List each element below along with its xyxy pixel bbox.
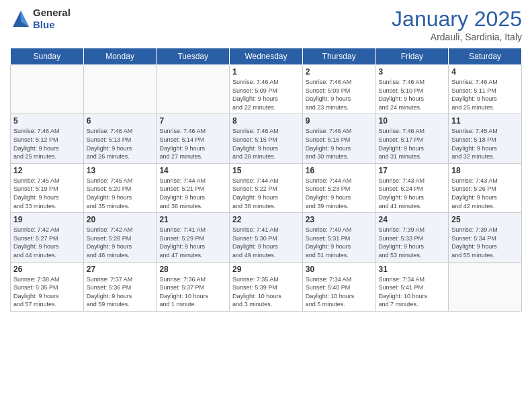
day-number: 31	[379, 265, 446, 274]
day-number: 11	[451, 116, 519, 126]
header-wednesday: Wednesday	[230, 48, 303, 65]
table-row: 31Sunrise: 7:34 AM Sunset: 5:41 PM Dayli…	[375, 262, 449, 311]
day-detail: Sunrise: 7:41 AM Sunset: 5:30 PM Dayligh…	[232, 226, 300, 259]
logo-icon	[10, 8, 32, 30]
day-number: 6	[87, 116, 154, 126]
table-row: 8Sunrise: 7:46 AM Sunset: 5:15 PM Daylig…	[230, 114, 303, 163]
day-number: 22	[232, 215, 300, 224]
table-row: 2Sunrise: 7:46 AM Sunset: 5:09 PM Daylig…	[302, 65, 375, 114]
table-row: 30Sunrise: 7:34 AM Sunset: 5:40 PM Dayli…	[302, 262, 375, 311]
day-detail: Sunrise: 7:37 AM Sunset: 5:36 PM Dayligh…	[87, 275, 154, 309]
location-subtitle: Ardauli, Sardinia, Italy	[392, 32, 522, 42]
day-number: 7	[159, 116, 226, 126]
day-detail: Sunrise: 7:45 AM Sunset: 5:19 PM Dayligh…	[13, 177, 81, 210]
day-number: 15	[232, 166, 300, 175]
month-year-title: January 2025	[392, 7, 522, 32]
day-detail: Sunrise: 7:46 AM Sunset: 5:12 PM Dayligh…	[13, 127, 81, 161]
day-detail: Sunrise: 7:45 AM Sunset: 5:18 PM Dayligh…	[451, 127, 519, 161]
day-number: 28	[159, 265, 226, 274]
table-row: 5Sunrise: 7:46 AM Sunset: 5:12 PM Daylig…	[11, 114, 84, 163]
day-detail: Sunrise: 7:42 AM Sunset: 5:28 PM Dayligh…	[87, 226, 154, 259]
day-number: 14	[159, 166, 226, 175]
table-row: 18Sunrise: 7:43 AM Sunset: 5:26 PM Dayli…	[449, 163, 522, 212]
calendar-week-row: 1Sunrise: 7:46 AM Sunset: 5:09 PM Daylig…	[11, 65, 522, 114]
day-detail: Sunrise: 7:34 AM Sunset: 5:40 PM Dayligh…	[306, 275, 373, 309]
table-row: 14Sunrise: 7:44 AM Sunset: 5:21 PM Dayli…	[157, 163, 230, 212]
day-number: 26	[13, 265, 81, 274]
day-number: 18	[451, 166, 519, 175]
table-row: 16Sunrise: 7:44 AM Sunset: 5:23 PM Dayli…	[302, 163, 375, 212]
day-detail: Sunrise: 7:46 AM Sunset: 5:15 PM Dayligh…	[232, 127, 300, 161]
table-row: 17Sunrise: 7:43 AM Sunset: 5:24 PM Dayli…	[375, 163, 449, 212]
day-detail: Sunrise: 7:36 AM Sunset: 5:37 PM Dayligh…	[159, 275, 226, 309]
day-detail: Sunrise: 7:42 AM Sunset: 5:27 PM Dayligh…	[13, 226, 81, 259]
logo-blue: Blue	[33, 19, 71, 31]
header-thursday: Thursday	[302, 48, 375, 65]
day-number: 25	[451, 215, 519, 224]
day-detail: Sunrise: 7:35 AM Sunset: 5:39 PM Dayligh…	[232, 275, 300, 309]
calendar-week-row: 12Sunrise: 7:45 AM Sunset: 5:19 PM Dayli…	[11, 163, 522, 212]
day-detail: Sunrise: 7:41 AM Sunset: 5:29 PM Dayligh…	[159, 226, 226, 259]
day-number: 24	[379, 215, 446, 224]
title-section: January 2025 Ardauli, Sardinia, Italy	[392, 7, 522, 42]
day-number: 16	[306, 166, 373, 175]
day-number: 5	[13, 116, 81, 126]
table-row: 20Sunrise: 7:42 AM Sunset: 5:28 PM Dayli…	[83, 213, 157, 262]
table-row	[157, 65, 230, 114]
table-row: 15Sunrise: 7:44 AM Sunset: 5:22 PM Dayli…	[230, 163, 303, 212]
day-detail: Sunrise: 7:44 AM Sunset: 5:21 PM Dayligh…	[159, 177, 226, 210]
day-number: 13	[87, 166, 154, 175]
table-row: 7Sunrise: 7:46 AM Sunset: 5:14 PM Daylig…	[157, 114, 230, 163]
day-number: 21	[159, 215, 226, 224]
day-number: 1	[232, 67, 300, 77]
day-detail: Sunrise: 7:46 AM Sunset: 5:14 PM Dayligh…	[159, 127, 226, 161]
table-row	[449, 262, 522, 311]
table-row	[83, 65, 157, 114]
header-sunday: Sunday	[11, 48, 84, 65]
day-number: 12	[13, 166, 81, 175]
logo: General Blue	[10, 7, 71, 31]
day-detail: Sunrise: 7:46 AM Sunset: 5:10 PM Dayligh…	[379, 78, 446, 111]
day-detail: Sunrise: 7:44 AM Sunset: 5:23 PM Dayligh…	[306, 177, 373, 210]
table-row: 24Sunrise: 7:39 AM Sunset: 5:33 PM Dayli…	[375, 213, 449, 262]
day-detail: Sunrise: 7:39 AM Sunset: 5:34 PM Dayligh…	[451, 226, 519, 259]
day-number: 29	[232, 265, 300, 274]
header-saturday: Saturday	[449, 48, 522, 65]
day-detail: Sunrise: 7:34 AM Sunset: 5:41 PM Dayligh…	[379, 275, 446, 309]
day-detail: Sunrise: 7:46 AM Sunset: 5:09 PM Dayligh…	[306, 78, 373, 111]
table-row: 25Sunrise: 7:39 AM Sunset: 5:34 PM Dayli…	[449, 213, 522, 262]
day-detail: Sunrise: 7:39 AM Sunset: 5:33 PM Dayligh…	[379, 226, 446, 259]
day-detail: Sunrise: 7:38 AM Sunset: 5:35 PM Dayligh…	[13, 275, 81, 309]
table-row: 11Sunrise: 7:45 AM Sunset: 5:18 PM Dayli…	[449, 114, 522, 163]
calendar-week-row: 26Sunrise: 7:38 AM Sunset: 5:35 PM Dayli…	[11, 262, 522, 311]
logo-text: General Blue	[33, 7, 71, 31]
table-row: 21Sunrise: 7:41 AM Sunset: 5:29 PM Dayli…	[157, 213, 230, 262]
day-number: 9	[306, 116, 373, 126]
table-row: 12Sunrise: 7:45 AM Sunset: 5:19 PM Dayli…	[11, 163, 84, 212]
day-detail: Sunrise: 7:46 AM Sunset: 5:13 PM Dayligh…	[87, 127, 154, 161]
table-row	[11, 65, 84, 114]
header-monday: Monday	[83, 48, 157, 65]
day-detail: Sunrise: 7:40 AM Sunset: 5:31 PM Dayligh…	[306, 226, 373, 259]
table-row: 4Sunrise: 7:46 AM Sunset: 5:11 PM Daylig…	[449, 65, 522, 114]
day-detail: Sunrise: 7:43 AM Sunset: 5:24 PM Dayligh…	[379, 177, 446, 210]
day-number: 2	[306, 67, 373, 77]
day-detail: Sunrise: 7:46 AM Sunset: 5:16 PM Dayligh…	[306, 127, 373, 161]
table-row: 26Sunrise: 7:38 AM Sunset: 5:35 PM Dayli…	[11, 262, 84, 311]
calendar-table: Sunday Monday Tuesday Wednesday Thursday…	[10, 48, 522, 312]
day-detail: Sunrise: 7:43 AM Sunset: 5:26 PM Dayligh…	[451, 177, 519, 210]
day-detail: Sunrise: 7:45 AM Sunset: 5:20 PM Dayligh…	[87, 177, 154, 210]
table-row: 23Sunrise: 7:40 AM Sunset: 5:31 PM Dayli…	[302, 213, 375, 262]
day-number: 8	[232, 116, 300, 126]
table-row: 6Sunrise: 7:46 AM Sunset: 5:13 PM Daylig…	[83, 114, 157, 163]
day-number: 4	[451, 67, 519, 77]
table-row: 22Sunrise: 7:41 AM Sunset: 5:30 PM Dayli…	[230, 213, 303, 262]
calendar-week-row: 5Sunrise: 7:46 AM Sunset: 5:12 PM Daylig…	[11, 114, 522, 163]
table-row: 3Sunrise: 7:46 AM Sunset: 5:10 PM Daylig…	[375, 65, 449, 114]
day-detail: Sunrise: 7:44 AM Sunset: 5:22 PM Dayligh…	[232, 177, 300, 210]
day-number: 19	[13, 215, 81, 224]
days-header-row: Sunday Monday Tuesday Wednesday Thursday…	[11, 48, 522, 65]
logo-general: General	[33, 7, 71, 19]
day-detail: Sunrise: 7:46 AM Sunset: 5:17 PM Dayligh…	[379, 127, 446, 161]
day-number: 23	[306, 215, 373, 224]
